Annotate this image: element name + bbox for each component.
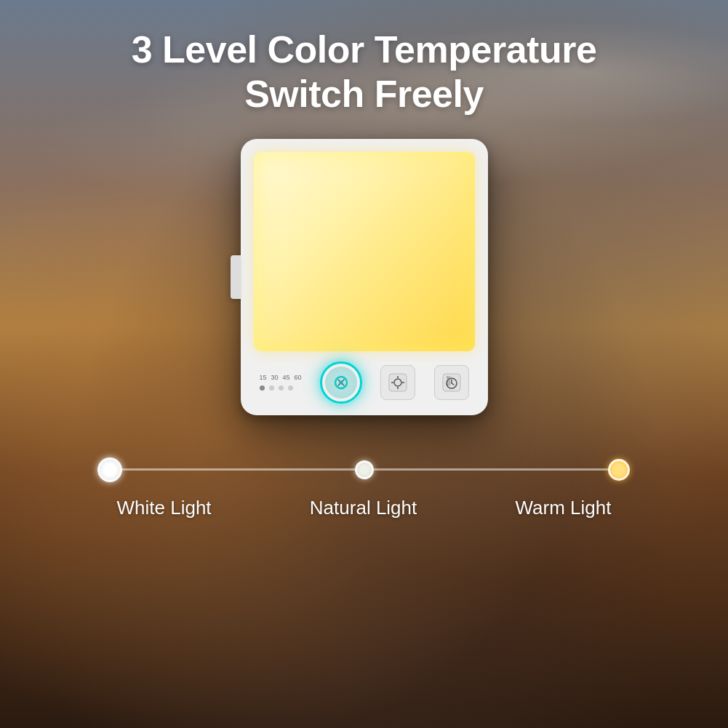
svg-point-0 — [335, 377, 347, 388]
timer-dot-3 — [279, 385, 284, 391]
timer-dot-2 — [269, 385, 274, 391]
brightness-icon — [388, 372, 408, 393]
slider-track — [110, 468, 619, 471]
timer-section: 15 30 45 60 — [260, 374, 302, 391]
light-labels-row: White Light Natural Light Warm Light — [110, 497, 619, 519]
svg-text:30: 30 — [447, 383, 451, 386]
headline: 3 Level Color Temperature Switch Freely — [132, 28, 597, 117]
device-wrapper: 15 30 45 60 — [241, 139, 488, 415]
power-icon — [331, 372, 351, 393]
timer-dot-4 — [288, 385, 293, 391]
timer-dots-row — [260, 385, 302, 391]
timer-labels: 15 30 45 60 — [260, 374, 302, 381]
svg-point-1 — [339, 380, 343, 385]
warm-light-label: Warm Light — [516, 497, 619, 519]
warm-light-indicator — [608, 459, 630, 481]
timer-dot-1 — [260, 385, 265, 391]
timer-icon: 60 40 30 — [441, 372, 462, 393]
brightness-button[interactable] — [380, 365, 415, 400]
headline-line1: 3 Level Color Temperature — [132, 28, 597, 71]
controls-row: 15 30 45 60 — [254, 361, 475, 404]
timer-button[interactable]: 60 40 30 — [434, 365, 469, 400]
color-temp-section: White Light Natural Light Warm Light — [110, 452, 619, 519]
slider-track-wrapper — [110, 452, 619, 488]
power-button[interactable] — [320, 361, 362, 404]
natural-light-label: Natural Light — [310, 497, 417, 519]
light-panel — [254, 152, 475, 351]
white-light-label: White Light — [110, 497, 212, 519]
page-content: 3 Level Color Temperature Switch Freely … — [0, 0, 728, 728]
light-device: 15 30 45 60 — [241, 139, 488, 415]
headline-line2: Switch Freely — [244, 73, 484, 115]
natural-light-indicator — [355, 460, 374, 479]
white-light-indicator — [97, 457, 122, 482]
